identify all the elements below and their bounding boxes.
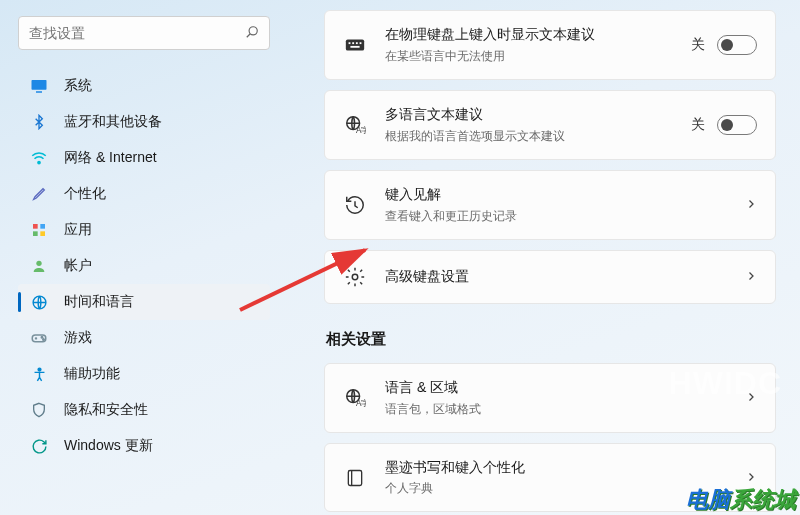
sidebar-item-personalization[interactable]: 个性化 [18,176,270,212]
sidebar-item-privacy[interactable]: 隐私和安全性 [18,392,270,428]
svg-rect-3 [36,91,42,93]
sidebar-item-gaming[interactable]: 游戏 [18,320,270,356]
sidebar-item-label: 帐户 [64,257,92,275]
search-input[interactable] [29,25,245,41]
svg-point-9 [36,261,41,266]
sidebar-item-label: 蓝牙和其他设备 [64,113,162,131]
globe-language-icon: A字 [343,113,367,137]
chevron-right-icon [745,470,757,486]
svg-rect-7 [33,231,38,236]
sidebar-item-network[interactable]: 网络 & Internet [18,140,270,176]
svg-text:A字: A字 [356,399,366,408]
svg-rect-17 [352,42,354,44]
history-icon [343,193,367,217]
sidebar-item-time-language[interactable]: 时间和语言 [18,284,270,320]
card-title: 语言 & 区域 [385,378,727,397]
sidebar-item-bluetooth[interactable]: 蓝牙和其他设备 [18,104,270,140]
svg-point-12 [41,337,43,339]
svg-text:A字: A字 [356,126,366,135]
monitor-icon [30,77,48,95]
card-language-region[interactable]: A字 语言 & 区域 语言包，区域格式 [324,363,776,433]
card-subtitle: 查看键入和更正历史记录 [385,208,727,225]
chevron-right-icon [745,197,757,213]
settings-sidebar: 系统 蓝牙和其他设备 网络 & Internet 个性化 应用 [0,10,280,515]
section-header-related: 相关设置 [326,330,776,349]
toggle-state-label: 关 [691,36,705,54]
svg-rect-20 [350,46,359,48]
svg-point-23 [352,274,358,280]
sidebar-item-label: 系统 [64,77,92,95]
globe-clock-icon [30,293,48,311]
bluetooth-icon [30,113,48,131]
search-icon [245,25,259,42]
card-title: 在物理键盘上键入时显示文本建议 [385,25,673,44]
svg-rect-15 [346,39,364,50]
update-icon [30,437,48,455]
svg-line-1 [247,33,251,37]
paintbrush-icon [30,185,48,203]
sidebar-item-system[interactable]: 系统 [18,68,270,104]
svg-rect-16 [349,42,351,44]
sidebar-item-label: 辅助功能 [64,365,120,383]
svg-rect-6 [40,224,45,229]
globe-language-icon: A字 [343,386,367,410]
card-subtitle: 根据我的语言首选项显示文本建议 [385,128,673,145]
card-physical-keyboard-suggestions[interactable]: 在物理键盘上键入时显示文本建议 在某些语言中无法使用 关 [324,10,776,80]
card-advanced-keyboard-settings[interactable]: 高级键盘设置 [324,250,776,304]
person-icon [30,257,48,275]
shield-icon [30,401,48,419]
sidebar-item-label: Windows 更新 [64,437,153,455]
card-multilingual-suggestions[interactable]: A字 多语言文本建议 根据我的语言首选项显示文本建议 关 [324,90,776,160]
card-title: 墨迹书写和键入个性化 [385,458,727,477]
toggle-switch[interactable] [717,35,757,55]
toggle-state-label: 关 [691,116,705,134]
sidebar-item-label: 游戏 [64,329,92,347]
sidebar-item-label: 时间和语言 [64,293,134,311]
sidebar-item-windows-update[interactable]: Windows 更新 [18,428,270,464]
settings-content: 在物理键盘上键入时显示文本建议 在某些语言中无法使用 关 A字 多语言文本建议 … [280,10,800,515]
card-title: 多语言文本建议 [385,105,673,124]
apps-icon [30,221,48,239]
sidebar-item-accessibility[interactable]: 辅助功能 [18,356,270,392]
svg-rect-18 [356,42,358,44]
svg-rect-26 [348,470,361,485]
svg-rect-5 [33,224,38,229]
card-title: 高级键盘设置 [385,267,727,286]
dictionary-icon [343,466,367,490]
svg-rect-19 [360,42,362,44]
svg-point-13 [43,339,45,341]
card-ink-typing-personalization[interactable]: 墨迹书写和键入个性化 个人字典 [324,443,776,513]
sidebar-item-label: 隐私和安全性 [64,401,148,419]
toggle-switch[interactable] [717,115,757,135]
svg-rect-8 [40,231,45,236]
gear-icon [343,265,367,289]
svg-rect-2 [32,80,47,90]
search-box[interactable] [18,16,270,50]
svg-point-0 [249,26,257,34]
card-typing-insights[interactable]: 键入见解 查看键入和更正历史记录 [324,170,776,240]
svg-point-14 [38,368,41,371]
keyboard-icon [343,33,367,57]
sidebar-item-apps[interactable]: 应用 [18,212,270,248]
sidebar-item-accounts[interactable]: 帐户 [18,248,270,284]
svg-point-4 [38,161,40,163]
sidebar-item-label: 网络 & Internet [64,149,157,167]
gamepad-icon [30,329,48,347]
card-title: 键入见解 [385,185,727,204]
card-subtitle: 在某些语言中无法使用 [385,48,673,65]
card-subtitle: 语言包，区域格式 [385,401,727,418]
chevron-right-icon [745,269,757,285]
card-subtitle: 个人字典 [385,480,727,497]
sidebar-item-label: 个性化 [64,185,106,203]
chevron-right-icon [745,390,757,406]
wifi-icon [30,149,48,167]
sidebar-item-label: 应用 [64,221,92,239]
accessibility-icon [30,365,48,383]
